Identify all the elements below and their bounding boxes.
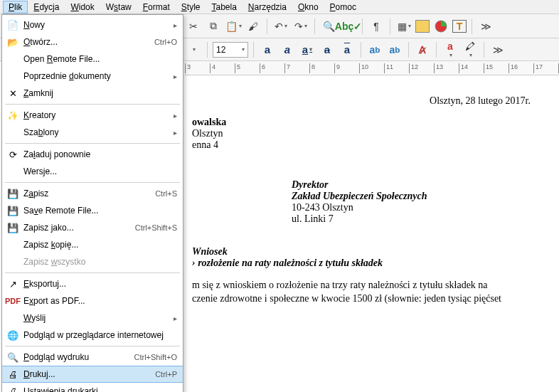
toolbar-separator (267, 18, 267, 34)
ruler-tick: 5 (235, 63, 240, 73)
menu-item-open[interactable]: 📂 Otwórz... Ctrl+O (2, 33, 183, 51)
menu-item-print-preview[interactable]: 🔍 Podgląd wydruku Ctrl+Shift+O (2, 349, 183, 366)
doc-addressee: Dyrektor Zakład Ubezpieczeń Społecznych … (292, 179, 552, 225)
menu-item-preview-browser[interactable]: 🌐 Podgląd w przeglądarce internetowej (2, 327, 183, 344)
doc-addressee-street: ul. Linki 7 (292, 213, 552, 225)
submenu-arrow-icon: ▸ (174, 129, 177, 137)
bold-icon[interactable]: a (259, 41, 276, 58)
ruler-tick: 3 (185, 63, 191, 73)
ruler-tick: 15 (484, 63, 493, 73)
doc-subject-line1: Wniosek (192, 246, 552, 258)
insert-chart-icon[interactable] (432, 18, 449, 35)
submenu-arrow-icon: ▸ (174, 112, 177, 120)
insert-image-icon[interactable] (415, 20, 430, 33)
menu-okno[interactable]: Okno (292, 1, 324, 14)
copy-icon[interactable]: ⧉ (205, 18, 222, 35)
insert-textbox-icon[interactable]: T (452, 20, 467, 33)
strikethrough-icon[interactable]: a (319, 41, 336, 58)
save-as-icon: 💾 (5, 221, 21, 235)
menu-item-wizards[interactable]: ✨ Kreatory ▸ (2, 107, 183, 124)
format-paintbrush-icon[interactable]: 🖌 (245, 18, 262, 35)
menu-item-send[interactable]: Wyślij ▸ (2, 309, 183, 327)
highlight-color-icon[interactable]: 🖍▾ (462, 41, 479, 58)
ruler-tick: 16 (509, 63, 518, 73)
menu-item-save[interactable]: 💾 Zapisz Ctrl+S (2, 185, 183, 202)
menu-item-versions[interactable]: Wersje... (2, 163, 183, 180)
folder-open-icon: 📂 (5, 35, 21, 49)
more-icon[interactable]: ≫ (477, 18, 494, 35)
menu-edycja[interactable]: Edycja (28, 1, 65, 14)
menu-plik[interactable]: Plik (3, 1, 28, 14)
menu-item-save-copy[interactable]: Zapisz kopię... (2, 236, 183, 253)
reload-icon: ⟳ (5, 147, 21, 161)
doc-sender-city: Olsztyn (192, 128, 552, 139)
font-color-icon[interactable]: a▾ (442, 41, 459, 58)
menu-item-recent-documents[interactable]: Poprzednie dokumenty ▸ (2, 68, 183, 85)
menu-item-save-all: Zapisz wszystko (2, 253, 183, 270)
menu-format[interactable]: Format (137, 1, 176, 14)
insert-table-icon[interactable]: ▦▾ (395, 18, 412, 35)
ruler-tick: 7 (284, 63, 290, 73)
horizontal-ruler[interactable]: 3 4 5 6 7 8 9 10 11 12 13 14 15 16 17 18 (185, 61, 559, 75)
ruler-tick: 10 (359, 63, 368, 73)
toolbar-separator (436, 42, 437, 58)
paste-icon[interactable]: 📋▾ (225, 18, 242, 35)
submenu-arrow-icon: ▸ (174, 21, 177, 29)
menu-pomoc[interactable]: Pomoc (324, 1, 362, 14)
cut-icon[interactable]: ✂ (185, 18, 202, 35)
menu-item-export[interactable]: ↗ Eksportuj... (2, 275, 183, 292)
superscript-icon[interactable]: ab (366, 41, 383, 58)
underline-icon[interactable]: a▾ (299, 41, 316, 58)
ruler-tick: 4 (210, 63, 215, 73)
doc-subject-line2: › rozłożenie na raty należności z tytułu… (192, 258, 552, 269)
menu-item-printer-settings[interactable]: 🖨 Ustawienia drukarki... (2, 383, 183, 392)
redo-icon[interactable]: ↷▾ (292, 18, 309, 35)
menu-tabela[interactable]: Tabela (206, 1, 242, 14)
globe-icon: 🌐 (5, 328, 21, 342)
menu-separator (5, 182, 180, 183)
menu-item-new[interactable]: 📄 Nowy ▸ (2, 16, 183, 33)
toolbar-separator (361, 42, 361, 58)
italic-icon[interactable]: a (279, 41, 296, 58)
ruler-tick: 11 (384, 63, 393, 73)
toolbar-separator (472, 18, 472, 34)
doc-sender: owalska Olsztyn enna 4 (192, 117, 552, 151)
clear-formatting-icon[interactable]: A̷ (414, 41, 431, 58)
menu-item-print[interactable]: 🖨 Drukuj... Ctrl+P (2, 366, 183, 383)
menu-item-templates[interactable]: Szablony ▸ (2, 124, 183, 141)
menu-style[interactable]: Style (176, 1, 206, 14)
menu-item-save-as[interactable]: 💾 Zapisz jako... Ctrl+Shift+S (2, 219, 183, 236)
doc-date: Olsztyn, 28 lutego 2017r. (192, 95, 531, 107)
toolbar-separator (484, 42, 484, 58)
export-icon: ↗ (5, 277, 21, 291)
font-size-input[interactable]: 12▾ (213, 42, 248, 58)
doc-body: m się z wnioskiem o rozłożenie na trzy r… (192, 279, 552, 306)
menu-separator (5, 143, 180, 144)
printer-settings-icon: 🖨 (5, 384, 21, 392)
toolbar-separator (207, 42, 208, 58)
overline-icon[interactable]: a (339, 41, 356, 58)
document-page[interactable]: Olsztyn, 28 lutego 2017r. owalska Olszty… (185, 83, 559, 392)
ruler-tick: 13 (434, 63, 443, 73)
save-icon: 💾 (5, 186, 21, 201)
document-icon: 📄 (5, 18, 21, 32)
nonprinting-chars-icon[interactable]: ¶ (368, 18, 385, 35)
undo-icon[interactable]: ↶▾ (272, 18, 289, 35)
submenu-arrow-icon: ▸ (174, 314, 177, 322)
menu-widok[interactable]: Widok (65, 1, 100, 14)
toolbar-separator (362, 18, 363, 34)
pdf-icon: PDF (5, 294, 21, 308)
menu-item-close[interactable]: ✕ Zamknij (2, 85, 183, 102)
spellcheck-icon[interactable]: Abç✓ (340, 18, 357, 35)
menu-item-reload[interactable]: ⟳ Załaduj ponownie (2, 146, 183, 163)
menu-item-save-remote[interactable]: 💾 Save Remote File... (2, 202, 183, 219)
more-formatting-icon[interactable]: ≫ (489, 41, 506, 58)
doc-addressee-org: Zakład Ubezpieczeń Społecznych (292, 191, 552, 202)
menu-wstaw[interactable]: Wstaw (100, 1, 137, 14)
font-dropdown[interactable]: ▾ (185, 41, 202, 58)
subscript-icon[interactable]: ab (386, 41, 403, 58)
ruler-tick: 8 (309, 63, 315, 73)
menu-narzedzia[interactable]: Narzędzia (243, 1, 292, 14)
menu-item-open-remote[interactable]: Open Remote File... (2, 51, 183, 68)
menu-item-export-pdf[interactable]: PDF Export as PDF... (2, 292, 183, 309)
